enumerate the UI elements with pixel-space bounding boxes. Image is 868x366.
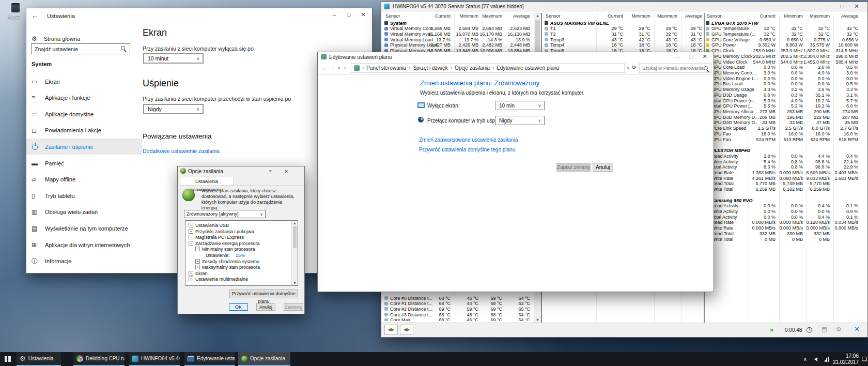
table-row[interactable]: Write Total6,259 MB6,182 MB6,259 MB (705, 187, 867, 192)
sidebar-item-8[interactable]: ▥Obsługa wielu zadań (26, 204, 142, 220)
expand-icon[interactable]: + (189, 223, 193, 227)
table-row[interactable]: GPU Power9.302 W8.863 W35.575 W10.600 W (705, 42, 867, 48)
scroll-up-icon[interactable]: ▲ (292, 221, 298, 225)
close-button[interactable]: ✕ (850, 3, 863, 10)
sleep-timeout-dropdown[interactable]: Nigdy ∨ (495, 116, 545, 125)
sidebar-item-home[interactable]: ⚙ Strona główna (32, 35, 80, 42)
table-row[interactable]: GPU Clock253.0 MHz253.0 MHz1,607.0 MHz31… (705, 48, 867, 54)
table-row[interactable]: GPU Bus Load0.0 %0.0 %9.0 %0.5 % (705, 81, 867, 87)
taskbar-app-3[interactable]: Edytowanie ustawi... (184, 352, 235, 366)
setting-value-link[interactable]: 15% (236, 253, 245, 258)
table-row[interactable]: Read Rate1.383 MB/s0.000 MB/s6.609 MB/s0… (705, 170, 867, 175)
tree-item[interactable]: −Zarządzanie energią procesora (185, 240, 291, 247)
screen-timeout-dropdown[interactable]: 10 minut ∨ (143, 53, 204, 64)
table-row[interactable]: System (381, 20, 534, 26)
action-center-icon[interactable]: ❏ (862, 352, 867, 366)
scrollbar-thumb[interactable] (535, 20, 540, 52)
table-row[interactable]: Read Rate0.000 MB/s0.000 MB/s0.120 MB/s0… (705, 220, 867, 225)
table-row[interactable]: Core #2 Distance t...69 °C59 °C69 °C65 °… (381, 306, 534, 312)
expand-icon[interactable]: + (189, 277, 193, 281)
expand-icon[interactable]: + (195, 259, 200, 264)
taskbar-app-2[interactable]: HWiNFO64 v5.44-3... (129, 352, 180, 366)
sidebar-item-5[interactable]: ▬Pamięć (26, 155, 142, 171)
taskbar-app-1[interactable]: Delidding CPU na ... (73, 352, 125, 366)
table-row[interactable]: GPU D3D Memory D...206 MB196 MB222 MB207… (705, 114, 867, 120)
table-row[interactable]: EVGA GTX 1070 FTW (705, 20, 867, 26)
table-row[interactable]: Write Activity5.4 %0.8 %98.8 %22.4 % (705, 159, 867, 164)
table-row[interactable]: Total GPU Power [...5.5 %5.2 %19.2 %6.0 … (705, 103, 867, 109)
breadcrumb-segment[interactable]: Panel sterowania (366, 65, 406, 71)
save-changes-button[interactable]: Zapisz zmiany (556, 163, 591, 172)
help-button[interactable]: ? (266, 168, 274, 175)
sidebar-item-9[interactable]: ▤Wyświetlanie na tym komputerze (26, 220, 142, 236)
table-row[interactable]: PCIe Link Speed2.5 GT/s2.5 GT/s8.0 GT/s2… (705, 126, 867, 131)
table-row[interactable]: Total Activity0.0 %0.0 %0.4 %0.1 % (705, 214, 867, 220)
cancel-button[interactable]: Anuluj (256, 303, 275, 311)
sidebar-item-10[interactable]: ⊞Aplikacje dla witryn internetowych (26, 237, 142, 253)
tree-item[interactable]: Ustawienie:15% (185, 252, 291, 258)
table-row[interactable]: GPU Memory Contr...3.0 %0.0 %4.0 %3.0 % (705, 70, 867, 75)
close-button[interactable]: ✕ (282, 168, 291, 175)
logging-arrows-icon[interactable]: » (770, 326, 773, 333)
tab-advanced-settings[interactable]: Ustawienia zaawansowane (180, 177, 234, 186)
tree-scrollbar[interactable]: ▲ ▼ (291, 221, 298, 285)
expand-icon[interactable]: + (189, 271, 193, 276)
table-row[interactable]: GPU Memory Usage3.3 %3.2 %3.5 %3.3 % (705, 87, 867, 93)
table-row[interactable]: Read Activity0.0 %0.0 %0.4 %0.1 % (705, 203, 867, 209)
table-row[interactable]: GPU D3D Usage0.8 %0.3 %35.1 %3.1 % (705, 92, 867, 98)
nav-forward-icon[interactable]: → (330, 65, 335, 71)
start-button[interactable] (0, 352, 16, 366)
scroll-down-icon[interactable]: ▼ (534, 318, 541, 322)
minimize-button[interactable]: – (328, 11, 341, 18)
nav-history-chevron-icon[interactable]: ∨ (337, 66, 340, 70)
sidebar-item-11[interactable]: ⓘInformacje (26, 253, 142, 269)
apply-button[interactable]: Zastosuj (284, 303, 303, 311)
expand-icon[interactable]: + (195, 265, 200, 269)
table-row[interactable]: GPU Memory Alloca...273 MB263 MB290 MB27… (705, 109, 867, 115)
close-button[interactable]: ✕ (357, 11, 370, 18)
tree-item[interactable]: +Ustawienia multimedialne (185, 276, 291, 282)
address-dropdown-icon[interactable]: ∨ (627, 66, 630, 70)
taskbar-app-0[interactable]: ⚙Ustawienia (17, 352, 61, 366)
scroll-down-icon[interactable]: ▼ (292, 281, 298, 285)
refresh-icon[interactable]: ⟳ (632, 64, 637, 71)
sleep-timeout-dropdown[interactable]: Nigdy ∨ (143, 104, 204, 114)
display-timeout-dropdown[interactable]: 10 min ∨ (495, 101, 545, 110)
reset-minmax-button[interactable]: ◀▶ (400, 325, 413, 335)
table-row[interactable]: T129 °C29 °C29 °C29 °C (543, 26, 704, 32)
restore-plan-defaults-button[interactable]: Przywróć ustawienia domyślne planu (229, 289, 298, 298)
table-row[interactable]: Core Max68 °C46 °C69 °C64 °C (381, 317, 534, 321)
table-row[interactable]: Virtual Memory Load13.7 %13.7 %14.3 %13.… (381, 37, 534, 42)
table-row[interactable]: Samsung 850 EVO (705, 197, 867, 203)
tree-item[interactable]: −Minimalny stan procesora (185, 246, 291, 252)
table-row[interactable]: GPU Fan16.0 %16.0 %16.0 %16.0 % (705, 131, 867, 136)
tree-item[interactable]: +Ekran (185, 270, 291, 277)
sidebar-item-7[interactable]: ▯Tryb tabletu (26, 188, 142, 204)
tree-item[interactable]: +Przyciski zasilania i pokrywa (185, 228, 291, 235)
sidebar-item-1[interactable]: ≡Aplikacje i funkcje (26, 90, 142, 106)
table-row[interactable]: Read Total332 MB330 MB332 MB (705, 231, 867, 236)
close-sensors-icon[interactable]: ✕ (854, 325, 860, 333)
tree-item[interactable]: +Ustawienia USB (185, 222, 291, 228)
table-row[interactable]: Core #1 Distance t...68 °C44 °C68 °C63 °… (381, 301, 534, 307)
control-panel-search-input[interactable]: Szukaj w Panelu sterowania (639, 63, 711, 73)
table-row[interactable] (705, 192, 867, 197)
recycle-bin-desktop-icon[interactable]: Kosz (11, 3, 20, 20)
maximize-button[interactable]: □ (835, 3, 849, 9)
close-button[interactable]: ✕ (698, 53, 711, 60)
ok-button[interactable]: OK (229, 303, 248, 311)
cancel-button[interactable]: Anuluj (593, 163, 613, 172)
maximize-button[interactable]: □ (342, 11, 355, 18)
table-row[interactable]: Read Activity2.8 %0.0 %4.4 %0.4 % (705, 153, 867, 159)
breadcrumb-segment[interactable]: Opcje zasilania (455, 65, 490, 71)
table-row[interactable]: GPU Core Voltage0.650 V0.650 V0.775 V0.6… (705, 37, 867, 42)
table-row[interactable]: Core #0 Distance t...68 °C46 °C69 °C64 °… (381, 295, 534, 301)
tree-item[interactable]: +Maksymalny stan procesora (185, 264, 291, 270)
volume-icon[interactable] (814, 352, 817, 366)
minimize-button[interactable]: – (671, 53, 685, 59)
table-row[interactable]: GPU D3D Memory D...33 MB33 MB37 MB35 MB (705, 120, 867, 126)
sidebar-item-4[interactable]: Zasilanie i uśpienie (26, 139, 142, 155)
table-row[interactable]: Total GPU Power (n...5.0 %4.9 %19.2 %5.7… (705, 98, 867, 103)
table-row[interactable]: Virtual Memory Com...2,586 MB2,584 MB2,6… (381, 26, 534, 32)
plan-select-dropdown[interactable]: Zrównoważony [aktywny] ∨ (184, 210, 266, 218)
